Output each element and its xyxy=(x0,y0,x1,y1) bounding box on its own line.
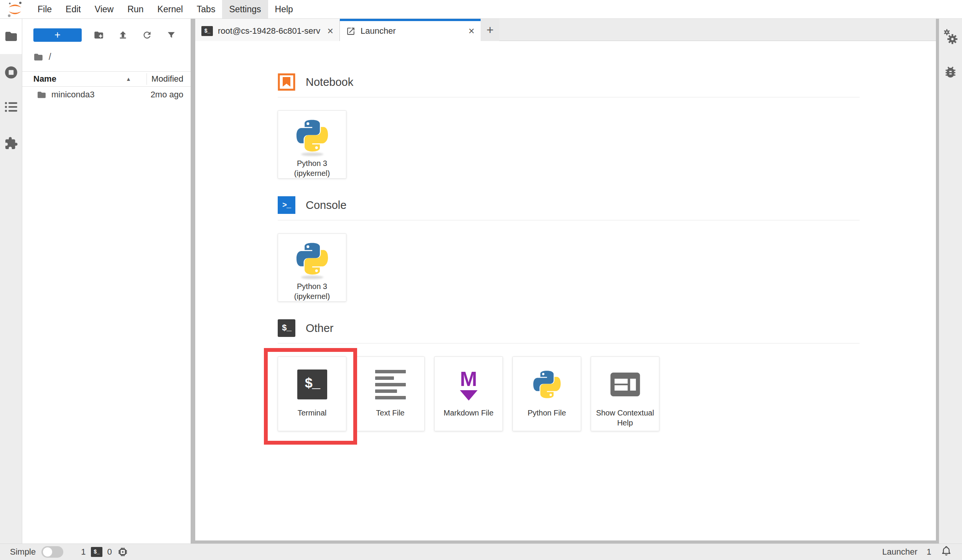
python-logo-icon xyxy=(295,241,330,276)
menu-tabs[interactable]: Tabs xyxy=(190,0,222,18)
logo-shadow xyxy=(301,153,323,156)
refresh-button[interactable] xyxy=(142,30,152,40)
filter-icon xyxy=(166,30,176,40)
status-bar: Simple 1 $_ 0 Launcher 1 xyxy=(0,544,962,560)
left-sidebar xyxy=(0,19,22,544)
simple-mode-toggle[interactable] xyxy=(41,546,63,558)
terminal-icon: $_ xyxy=(297,370,327,399)
launcher-card-python-file[interactable]: Python File xyxy=(512,356,581,431)
refresh-icon xyxy=(142,30,152,40)
card-label: Show Contextual Help xyxy=(591,408,659,428)
table-of-contents-tab[interactable] xyxy=(0,99,22,115)
file-browser-tab[interactable] xyxy=(0,19,22,54)
launcher-card-console-python3[interactable]: Python 3 (ipykernel) xyxy=(278,233,346,302)
card-label: Markdown File xyxy=(440,408,496,418)
new-folder-button[interactable] xyxy=(94,30,104,40)
kernel-session-status[interactable]: 1 $_ 0 xyxy=(81,546,128,558)
section-title: Notebook xyxy=(306,76,353,89)
folder-icon xyxy=(4,30,18,43)
tab-label: root@cs-19428-6c801-serv xyxy=(218,26,322,36)
file-modified: 2mo ago xyxy=(150,90,183,100)
dock-panel: $_ root@cs-19428-6c801-serv × Launcher ×… xyxy=(195,19,939,544)
close-icon[interactable]: × xyxy=(327,26,333,36)
breadcrumb[interactable]: / xyxy=(33,52,191,62)
upload-icon xyxy=(118,30,128,40)
menu-view[interactable]: View xyxy=(88,0,120,18)
upload-button[interactable] xyxy=(118,30,128,40)
launcher-card-notebook-python3[interactable]: Python 3 (ipykernel) xyxy=(278,110,346,179)
layout-split-icon xyxy=(610,373,640,396)
card-label: Python 3 (ipykernel) xyxy=(278,281,346,301)
extensions-puzzle-icon xyxy=(4,136,18,150)
markdown-arrow-icon xyxy=(460,390,478,401)
new-launcher-button[interactable]: + xyxy=(33,28,82,42)
launcher-card-terminal[interactable]: $_ Terminal xyxy=(278,356,346,431)
section-title: Other xyxy=(306,322,334,335)
tab-terminal-session[interactable]: $_ root@cs-19428-6c801-serv × xyxy=(195,19,340,41)
jupyter-logo-icon xyxy=(5,0,25,18)
menu-settings[interactable]: Settings xyxy=(222,0,268,18)
launcher-card-text-file[interactable]: Text File xyxy=(356,356,425,431)
extension-manager-tab[interactable] xyxy=(0,135,22,152)
tab-launcher[interactable]: Launcher × xyxy=(340,19,481,41)
debugger-tab[interactable] xyxy=(943,65,958,81)
card-label: Terminal xyxy=(295,408,330,418)
menu-help[interactable]: Help xyxy=(268,0,300,18)
new-tab-button[interactable]: + xyxy=(481,19,499,41)
close-icon[interactable]: × xyxy=(468,26,474,36)
notification-bell[interactable] xyxy=(941,545,952,559)
running-sessions-icon xyxy=(4,65,18,80)
table-of-contents-icon xyxy=(4,101,18,113)
bell-icon xyxy=(941,545,952,557)
gears-icon xyxy=(942,29,959,45)
filter-button[interactable] xyxy=(166,30,176,40)
menu-bar: File Edit View Run Kernel Tabs Settings … xyxy=(0,0,962,19)
terminal-icon: $_ xyxy=(278,319,295,337)
launcher-section-other: $_ Other $_ Terminal xyxy=(278,319,860,431)
right-sidebar xyxy=(939,19,962,544)
column-modified[interactable]: Modified xyxy=(152,74,183,84)
notification-count: 1 xyxy=(927,547,931,557)
notebook-icon xyxy=(278,73,295,91)
running-sessions-tab[interactable] xyxy=(0,65,22,80)
terminal-card-highlight-wrap: $_ Terminal xyxy=(278,356,346,431)
sort-ascending-icon: ▲ xyxy=(126,76,131,82)
listing-header: Name ▲ Modified xyxy=(22,71,191,87)
folder-icon xyxy=(33,52,43,62)
sidebar-splitter[interactable] xyxy=(191,19,195,544)
file-row[interactable]: miniconda3 2mo ago xyxy=(22,87,191,103)
terminal-count: 1 xyxy=(81,547,86,557)
logo-shadow xyxy=(301,276,323,279)
menu-edit[interactable]: Edit xyxy=(59,0,88,18)
section-divider xyxy=(278,97,860,97)
kernel-chip-icon xyxy=(117,546,128,558)
folder-icon xyxy=(37,90,46,100)
section-divider xyxy=(278,220,860,220)
breadcrumb-path: / xyxy=(49,52,51,62)
main-area: + xyxy=(0,19,962,544)
menu-file[interactable]: File xyxy=(31,0,59,18)
section-divider xyxy=(278,343,860,343)
toggle-knob xyxy=(43,547,52,557)
card-label: Python 3 (ipykernel) xyxy=(278,158,346,178)
launcher-section-notebook: Notebook Python 3 (ip xyxy=(278,73,860,179)
launcher-card-markdown-file[interactable]: M Markdown File xyxy=(434,356,503,431)
launcher-icon xyxy=(346,26,356,36)
menu-kernel[interactable]: Kernel xyxy=(150,0,189,18)
tab-bar: $_ root@cs-19428-6c801-serv × Launcher ×… xyxy=(195,19,936,41)
python-logo-icon xyxy=(532,369,562,400)
column-divider xyxy=(147,73,147,85)
console-icon: >_ xyxy=(278,196,295,214)
card-label: Python File xyxy=(524,408,569,418)
launcher-content: Notebook Python 3 (ip xyxy=(195,41,936,540)
kernel-count: 0 xyxy=(107,547,112,557)
menu-run[interactable]: Run xyxy=(120,0,150,18)
terminal-icon: $_ xyxy=(91,547,102,557)
file-browser-panel: + xyxy=(22,19,191,544)
column-name[interactable]: Name xyxy=(33,74,56,84)
context-label: Launcher xyxy=(882,547,918,557)
launcher-card-show-contextual-help[interactable]: Show Contextual Help xyxy=(591,356,659,431)
property-inspector-tab[interactable] xyxy=(942,29,959,46)
file-browser-toolbar: + xyxy=(33,28,191,42)
text-lines-icon xyxy=(375,370,406,399)
